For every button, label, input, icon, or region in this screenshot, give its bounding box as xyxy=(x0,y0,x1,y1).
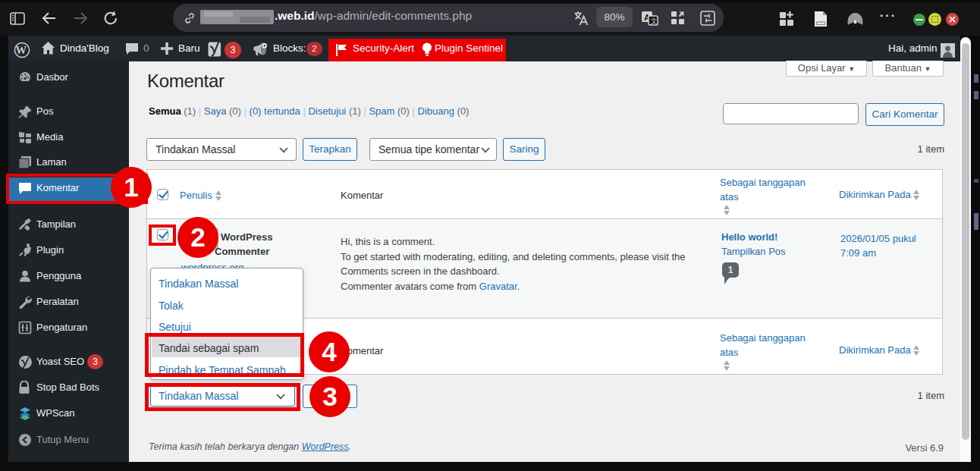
svg-text:文: 文 xyxy=(651,17,658,25)
svg-text:W: W xyxy=(15,44,27,56)
